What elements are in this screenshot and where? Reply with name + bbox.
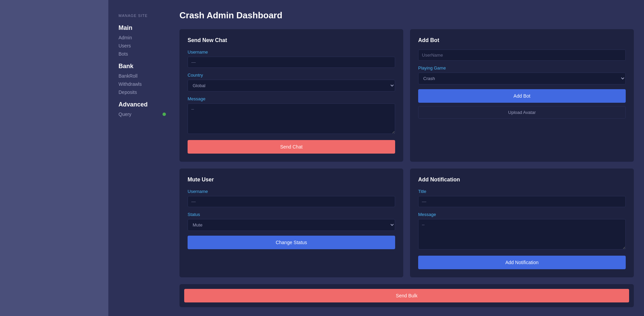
sidebar-item-query[interactable]: Query [119,112,166,117]
send-chat-message-label: Message [188,96,395,101]
sidebar-item-admin[interactable]: Admin [119,35,166,40]
add-notification-button[interactable]: Add Notification [418,256,626,269]
page-title: Crash Admin Dashboard [179,10,634,21]
send-bulk-button[interactable]: Send Bulk [184,289,629,302]
sidebar-item-bots[interactable]: Bots [119,51,166,57]
upload-avatar-button[interactable]: Upload Avatar [418,106,626,119]
add-notification-card-title: Add Notification [418,177,626,183]
sidebar-item-users[interactable]: Users [119,43,166,48]
cards-grid: Send New Chat Username Country Global Me… [179,29,634,307]
send-chat-username-label: Username [188,50,395,55]
add-bot-playing-game-label: Playing Game [418,65,626,71]
add-bot-game-select[interactable]: Crash [418,73,626,84]
send-chat-card: Send New Chat Username Country Global Me… [179,29,403,162]
add-notification-title-label: Title [418,189,626,194]
mute-user-card: Mute User Username Status Mute Change St… [179,169,403,277]
add-bot-button[interactable]: Add Bot [418,89,626,103]
manage-site-label: MANAGE SITE [119,14,166,18]
mute-user-status-label: Status [188,212,395,217]
sidebar-item-withdrawls[interactable]: Withdrawls [119,81,166,87]
query-status-dot [163,113,166,116]
mute-user-status-select[interactable]: Mute [188,219,395,231]
mute-user-card-title: Mute User [188,177,395,183]
add-notification-message-label: Message [418,212,626,217]
main-content: Crash Admin Dashboard Send New Chat User… [173,0,644,316]
send-chat-button[interactable]: Send Chat [188,140,395,154]
add-notification-title-input[interactable] [418,196,626,207]
send-chat-card-title: Send New Chat [188,37,395,43]
add-notification-message-textarea[interactable] [418,219,626,250]
send-chat-country-select[interactable]: Global [188,80,395,92]
add-notification-card: Add Notification Title Message Add Notif… [410,169,634,277]
sidebar-section-advanced: Advanced [119,101,166,108]
send-chat-message-textarea[interactable] [188,103,395,134]
mute-user-username-input[interactable] [188,196,395,207]
sidebar-item-deposits[interactable]: Deposits [119,90,166,95]
add-bot-card: Add Bot Playing Game Crash Add Bot Uploa… [410,29,634,162]
change-status-button[interactable]: Change Status [188,236,395,249]
send-chat-country-label: Country [188,73,395,78]
add-bot-username-input[interactable] [418,50,626,61]
sidebar: MANAGE SITE Main Admin Users Bots Bank B… [108,0,173,316]
send-chat-username-input[interactable] [188,57,395,68]
send-bulk-row: Send Bulk [179,284,634,307]
mute-user-username-label: Username [188,189,395,194]
sidebar-section-main: Main [119,24,166,32]
sidebar-section-bank: Bank [119,63,166,70]
add-bot-card-title: Add Bot [418,37,626,43]
sidebar-item-bankroll[interactable]: BankRoll [119,73,166,79]
